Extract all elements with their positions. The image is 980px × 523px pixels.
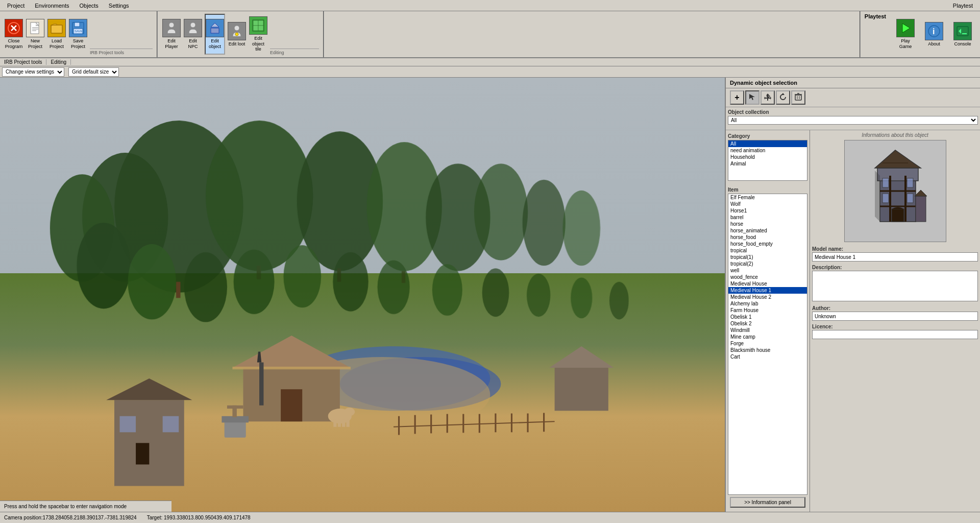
- svg-text:SAVE: SAVE: [75, 30, 83, 33]
- save-project-label: SaveProject: [71, 38, 85, 50]
- new-project-label: NewProject: [28, 38, 42, 50]
- load-project-button[interactable]: LoadProject: [47, 14, 66, 55]
- item-wood-fence[interactable]: wood_fence: [728, 274, 807, 280]
- item-wolf[interactable]: Wolf: [728, 201, 807, 207]
- svg-rect-112: [907, 178, 913, 187]
- save-project-button[interactable]: SAVE SaveProject: [68, 14, 88, 55]
- category-item-all[interactable]: All: [728, 140, 807, 147]
- category-item-household[interactable]: Household: [728, 154, 807, 160]
- irb-tools-section: CloseProgram NewProject: [0, 11, 158, 57]
- svg-text:i: i: [933, 27, 935, 36]
- item-farm-house[interactable]: Farm House: [728, 307, 807, 314]
- info-header: Informations about this object: [812, 132, 978, 138]
- author-group: Author:: [812, 305, 978, 321]
- dos-left-panel: Category All need animation Household An…: [726, 130, 810, 512]
- item-list[interactable]: Elf Female Wolf Horse1 barrel horse hors…: [728, 194, 807, 495]
- item-forge[interactable]: Forge: [728, 340, 807, 347]
- item-horse[interactable]: horse: [728, 221, 807, 227]
- item-tropical[interactable]: tropical: [728, 247, 807, 254]
- item-windmill[interactable]: Windmill: [728, 327, 807, 334]
- edit-object-tile-icon: [249, 16, 267, 35]
- svg-marker-97: [781, 93, 785, 95]
- status-message: Press and hold the spacebar to enter nav…: [4, 504, 127, 509]
- dos-title: Dynamic object selection: [730, 80, 797, 86]
- close-program-icon: [5, 19, 23, 37]
- category-item-need-animation[interactable]: need animation: [728, 147, 807, 154]
- console-button[interactable]: Console: [949, 14, 976, 55]
- item-barrel[interactable]: barrel: [728, 214, 807, 221]
- menu-bar: Project Environments Objects Settings Pl…: [0, 0, 980, 11]
- item-horse-animated[interactable]: horse_animated: [728, 227, 807, 234]
- object-collection-select[interactable]: All Custom Default: [728, 116, 978, 125]
- edit-object-tile-button[interactable]: Edit objecttile: [249, 14, 268, 55]
- grid-size-select[interactable]: Grid default size: [68, 67, 119, 77]
- item-cart[interactable]: Cart: [728, 353, 807, 360]
- category-label: Category: [728, 132, 807, 140]
- item-alchemy-lab[interactable]: Alchemy lab: [728, 300, 807, 307]
- close-program-button[interactable]: CloseProgram: [4, 14, 23, 55]
- item-horse-food-empty[interactable]: horse_food_empty: [728, 241, 807, 247]
- svg-line-14: [196, 23, 199, 26]
- about-button[interactable]: i About: [921, 14, 947, 55]
- svg-rect-115: [892, 209, 904, 222]
- load-project-label: LoadProject: [50, 38, 64, 50]
- item-tropical2[interactable]: tropical(2): [728, 260, 807, 267]
- item-horse1[interactable]: Horse1: [728, 207, 807, 214]
- author-input[interactable]: [812, 312, 978, 321]
- category-list[interactable]: All need animation Household Animal: [728, 140, 807, 181]
- item-medieval-house[interactable]: Medieval House: [728, 280, 807, 287]
- item-horse-food[interactable]: horse_food: [728, 234, 807, 241]
- save-project-icon: SAVE: [69, 19, 87, 37]
- edit-object-button[interactable]: Edit object: [205, 14, 225, 55]
- playtest-title: Playtest: [865, 13, 886, 19]
- right-panel: Dynamic object selection + ✥: [725, 78, 980, 512]
- description-textarea[interactable]: [812, 271, 978, 301]
- item-blacksmith-house[interactable]: Blacksmith house: [728, 347, 807, 353]
- select-tool-button[interactable]: [745, 90, 760, 105]
- edit-loot-button[interactable]: Edit loot: [227, 14, 247, 55]
- item-medieval-house-2[interactable]: Medieval House 2: [728, 294, 807, 300]
- add-tool-button[interactable]: +: [730, 90, 744, 105]
- item-elf-female[interactable]: Elf Female: [728, 194, 807, 201]
- delete-tool-button[interactable]: [791, 90, 805, 105]
- category-item-animal[interactable]: Animal: [728, 160, 807, 167]
- play-game-button[interactable]: PlayGame: [892, 14, 919, 55]
- new-project-button[interactable]: NewProject: [26, 14, 45, 55]
- move-tool-button[interactable]: ✥: [761, 90, 775, 105]
- camera-position-text: Camera position:1738.284058.2188.390137.…: [4, 515, 137, 520]
- new-project-icon: [26, 19, 44, 37]
- editing-section-title: Editing: [46, 59, 71, 65]
- about-icon: i: [925, 22, 943, 40]
- object-collection-label: Object collection: [728, 109, 978, 115]
- item-obelisk-2[interactable]: Obelisk 2: [728, 320, 807, 327]
- view-settings-select[interactable]: Change view settings: [2, 67, 64, 77]
- edit-player-button[interactable]: Edit Player: [162, 14, 181, 55]
- item-tropical1[interactable]: tropical(1): [728, 254, 807, 260]
- svg-rect-114: [907, 194, 913, 203]
- rotate-tool-button[interactable]: [776, 90, 790, 105]
- menu-settings[interactable]: Settings: [104, 2, 134, 10]
- menu-project[interactable]: Project: [2, 2, 30, 10]
- licence-label: Licence:: [812, 324, 978, 329]
- svg-marker-117: [875, 171, 880, 222]
- info-panel-button[interactable]: >> Information panel: [730, 497, 805, 508]
- edit-npc-button[interactable]: Edit NPC: [183, 14, 203, 55]
- item-mine-camp[interactable]: Mine camp: [728, 334, 807, 340]
- item-obelisk-1[interactable]: Obelisk 1: [728, 314, 807, 320]
- licence-input[interactable]: [812, 330, 978, 339]
- menu-playtest[interactable]: Playtest: [948, 2, 978, 10]
- viewport[interactable]: Press and hold the spacebar to enter nav…: [0, 78, 725, 512]
- item-medieval-house-1[interactable]: Medieval House 1: [728, 287, 807, 294]
- edit-player-label: Edit Player: [162, 38, 181, 50]
- svg-marker-24: [902, 23, 910, 33]
- item-well[interactable]: well: [728, 267, 807, 274]
- menu-environments[interactable]: Environments: [30, 2, 74, 10]
- item-label: Item: [728, 186, 807, 194]
- edit-player-icon: [162, 19, 181, 37]
- svg-text:✥: ✥: [766, 93, 770, 99]
- author-label: Author:: [812, 305, 978, 311]
- console-label: Console: [954, 41, 971, 46]
- sky: [0, 78, 725, 295]
- menu-objects[interactable]: Objects: [75, 2, 104, 10]
- model-name-input[interactable]: [812, 252, 978, 262]
